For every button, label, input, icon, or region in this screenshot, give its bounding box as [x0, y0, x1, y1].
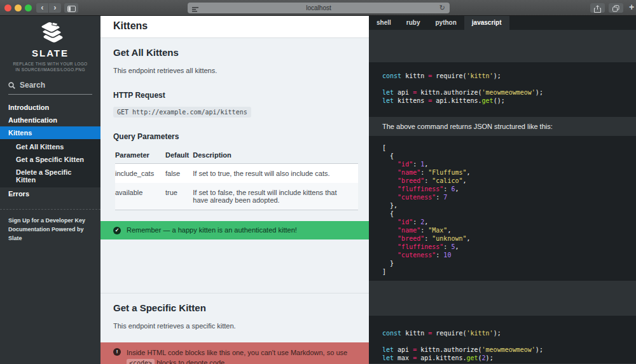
code-line: "breed": "unknown", [382, 234, 623, 243]
close-window-button[interactable] [4, 4, 11, 11]
inline-code-chip: <code> [127, 359, 155, 364]
section-intro: This endpoint retrieves all kittens. [113, 67, 356, 74]
warning-note: ! Inside HTML code blocks like this one,… [100, 342, 369, 364]
code-line: "id": 1, [382, 160, 623, 168]
logo-caption: REPLACE THIS WITH YOUR LOGO IN SOURCE/IM… [0, 62, 100, 72]
tab-shell[interactable]: shell [369, 16, 399, 30]
logo-title: SLATE [0, 48, 100, 58]
code-line: "id": 2, [382, 218, 623, 226]
minimize-window-button[interactable] [15, 4, 22, 11]
tab-ruby[interactable]: ruby [399, 16, 428, 30]
new-tab-button[interactable]: + [627, 3, 636, 13]
sidebar-toggle-button[interactable] [64, 3, 78, 13]
sidebar-footer: Sign Up for a Developer KeyDocumentation… [0, 216, 100, 243]
code-line: "fluffiness": 5, [382, 243, 623, 251]
url-text: localhost [306, 4, 331, 11]
share-icon [594, 5, 601, 13]
sidebar-icon [67, 6, 76, 12]
code-line: let api = kittn.authorize('meowmeowmeow'… [382, 88, 623, 97]
code-line: const kittn = require('kittn'); [382, 329, 623, 337]
sidebar-subitems: Get All KittensGet a Specific KittenDele… [0, 139, 100, 187]
back-button[interactable]: ‹ [36, 3, 48, 13]
sidebar-divider [0, 209, 100, 210]
code-line: "fluffiness": 6, [382, 185, 623, 193]
page-title-band: Kittens [100, 16, 369, 38]
sidebar-item-errors[interactable]: Errors [0, 187, 100, 200]
code-block-request-2: const kittn = require('kittn');let api =… [369, 316, 636, 363]
table-cell: false [165, 164, 193, 184]
slate-logo-icon [36, 22, 65, 43]
query-params-table: ParameterDefaultDescription include_cats… [115, 147, 358, 210]
query-params-heading: Query Parameters [113, 132, 356, 141]
code-line: let max = api.kittens.get(2); [382, 354, 623, 362]
code-line: "name": "Max", [382, 226, 623, 234]
section-title: Get All Kittens [113, 47, 356, 58]
code-line: } [382, 259, 623, 267]
tab-javascript[interactable]: javascript [464, 16, 509, 30]
show-tabs-button[interactable] [609, 3, 623, 13]
code-block-json-response: [ { "id": 1, "name": "Fluffums", "breed"… [369, 136, 636, 281]
reload-icon[interactable]: ↻ [439, 3, 445, 13]
section-get-all-kittens: Get All Kittens This endpoint retrieves … [100, 47, 369, 239]
zoom-window-button[interactable] [25, 4, 32, 11]
table-cell: available [115, 183, 165, 210]
code-line: ] [382, 267, 623, 276]
code-line [382, 337, 623, 346]
browser-chrome: ‹ › localhost ↻ + [0, 0, 636, 16]
logo: SLATE REPLACE THIS WITH YOUR LOGO IN SOU… [0, 16, 100, 72]
sidebar-item-delete-a-specific-kitten[interactable]: Delete a Specific Kitten [0, 166, 100, 186]
http-request-code: GET http://example.com/api/kittens [113, 107, 251, 118]
sidebar-footer-link-sign-up-for-a-developer-key[interactable]: Sign Up for a Developer Key [8, 216, 92, 225]
language-tabs: shellrubypythonjavascript [369, 16, 636, 30]
sidebar: SLATE REPLACE THIS WITH YOUR LOGO IN SOU… [0, 16, 100, 364]
forward-button[interactable]: › [49, 3, 61, 13]
sidebar-item-kittens[interactable]: Kittens [0, 126, 100, 139]
code-line [382, 80, 623, 88]
sidebar-footer-link-documentation-powered-by-slate[interactable]: Documentation Powered by Slate [8, 225, 92, 243]
code-line: "cuteness": 7 [382, 193, 623, 201]
check-circle-icon: ✓ [113, 227, 121, 234]
success-note-text: Remember — a happy kitten is an authenti… [127, 226, 297, 234]
code-panel: shellrubypythonjavascript const kittn = … [369, 16, 636, 364]
table-row: include_catsfalseIf set to true, the res… [115, 164, 358, 184]
section-title: Get a Specific Kitten [113, 302, 356, 313]
table-cell: include_cats [115, 164, 165, 184]
table-row: availabletrueIf set to false, the result… [115, 183, 358, 210]
code-line: "name": "Fluffums", [382, 168, 623, 177]
table-header-parameter: Parameter [115, 147, 165, 164]
success-note: ✓ Remember — a happy kitten is an authen… [100, 221, 369, 239]
sidebar-item-get-a-specific-kitten[interactable]: Get a Specific Kitten [0, 153, 100, 166]
code-line: let api = kittn.authorize('meowmeowmeow'… [382, 346, 623, 354]
search-placeholder: Search [20, 81, 45, 90]
table-cell: If set to true, the result will also inc… [193, 164, 358, 184]
tab-python[interactable]: python [427, 16, 464, 30]
tabs-icon [612, 5, 619, 12]
code-panel-gap [369, 30, 636, 62]
code-line: { [382, 152, 623, 160]
warning-note-text: Inside HTML code blocks like this one, y… [127, 347, 356, 364]
section-get-specific-kitten: Get a Specific Kitten This endpoint retr… [100, 293, 369, 364]
sidebar-item-get-all-kittens[interactable]: Get All Kittens [0, 140, 100, 153]
code-panel-gap [369, 281, 636, 316]
code-block-request: const kittn = require('kittn');let api =… [369, 62, 636, 117]
table-cell: If set to false, the result will include… [193, 183, 358, 210]
http-request-heading: HTTP Request [113, 91, 356, 100]
table-cell: true [165, 183, 193, 210]
search-icon [8, 82, 15, 89]
share-button[interactable] [590, 3, 605, 13]
reader-icon[interactable] [192, 5, 198, 16]
section-gap [100, 239, 369, 293]
code-line: { [382, 210, 623, 218]
code-line: let kittens = api.kittens.get(); [382, 97, 623, 105]
address-bar[interactable]: localhost ↻ [188, 3, 450, 13]
table-header-default: Default [165, 147, 193, 164]
page-title: Kittens [113, 20, 356, 32]
section-intro: This endpoint retrieves a specific kitte… [113, 322, 356, 330]
code-line: [ [382, 144, 623, 152]
sidebar-nav: IntroductionAuthenticationKittensGet All… [0, 101, 100, 200]
sidebar-item-introduction[interactable]: Introduction [0, 101, 100, 114]
sidebar-item-authentication[interactable]: Authentication [0, 114, 100, 126]
doc-content: Kittens Get All Kittens This endpoint re… [100, 16, 369, 364]
search-input[interactable]: Search [8, 81, 92, 95]
code-caption: The above command returns JSON structure… [369, 117, 636, 136]
